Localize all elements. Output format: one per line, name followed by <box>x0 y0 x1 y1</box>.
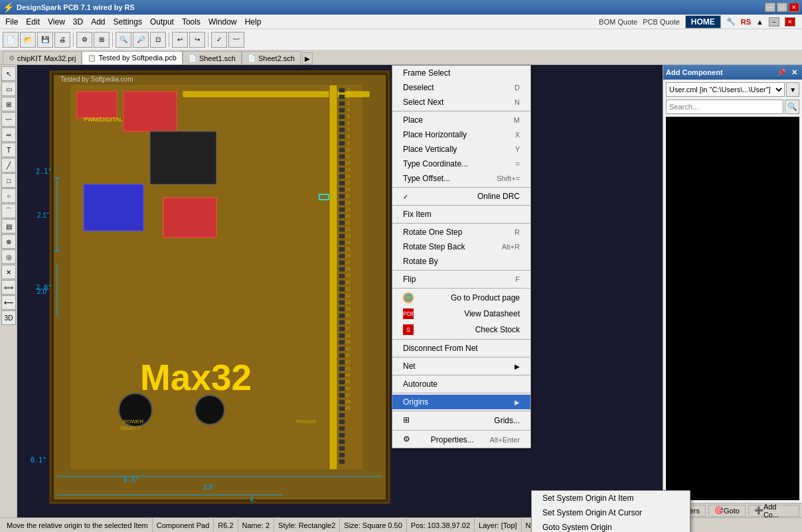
svg-rect-59 <box>339 433 345 437</box>
tab-scroll[interactable]: ▶ <box>302 52 313 64</box>
tool-bus[interactable]: ═ <box>1 127 16 142</box>
menu-settings[interactable]: Settings <box>110 16 146 28</box>
tool-rect[interactable]: □ <box>1 173 16 188</box>
tool-via[interactable]: ◎ <box>1 249 16 264</box>
ctx-net[interactable]: Net ▶ <box>392 359 530 373</box>
menu-view[interactable]: View <box>44 16 69 28</box>
ctx-origins[interactable]: Origins ▶ <box>392 395 530 409</box>
ctx-online-drc[interactable]: ✓ Online DRC <box>392 189 530 204</box>
ctx-view-datasheet[interactable]: PDF View Datasheet <box>392 306 530 322</box>
ctx-deselect[interactable]: Deselect D <box>392 80 530 95</box>
open-button[interactable]: 📂 <box>20 32 36 48</box>
drc-btn[interactable]: ✓ <box>211 32 227 48</box>
zoom-in-btn[interactable]: 🔍 <box>116 32 131 48</box>
tool-keepout[interactable]: ✕ <box>1 265 16 279</box>
settings-btn[interactable]: ⚙ <box>76 32 92 48</box>
zoom-out-btn[interactable]: 🔎 <box>133 32 149 48</box>
ctx-place[interactable]: Place M <box>392 113 530 127</box>
ctx-rotate-back[interactable]: Rotate Step Back Alt+R <box>392 239 530 254</box>
ctx-disconnect[interactable]: Disconnect From Net <box>392 341 530 356</box>
ctx-place-h[interactable]: Place Horizontally X <box>392 127 530 142</box>
panel-close-btn[interactable]: ✕ <box>789 68 799 77</box>
ctx-frame-select[interactable]: Frame Select <box>392 66 530 80</box>
panel-minimize[interactable]: – <box>769 17 779 27</box>
tool-line[interactable]: ╱ <box>1 158 16 172</box>
maximize-button[interactable]: □ <box>777 3 787 12</box>
tab-softpedia[interactable]: 📋 Tested by Softpedia.pcb <box>82 51 182 64</box>
ctx-fix-item[interactable]: Fix Item <box>392 207 530 222</box>
tool-measure[interactable]: ⟺ <box>1 280 16 295</box>
ctx-rotate-by[interactable]: Rotate By <box>392 254 530 269</box>
menu-tools[interactable]: Tools <box>178 16 204 28</box>
ctx-autoroute[interactable]: Autoroute <box>392 377 530 391</box>
ctx-set-sys-origin-cursor[interactable]: Set System Origin At Cursor <box>532 505 690 520</box>
route-btn[interactable]: 〰 <box>228 32 244 48</box>
component-dropdown[interactable]: User.cml [in "C:\Users\...\User"] <box>666 82 785 97</box>
pcb-quote-label[interactable]: PCB Quote <box>643 18 680 26</box>
save-button[interactable]: 💾 <box>37 32 53 48</box>
tool-text[interactable]: T <box>1 143 16 157</box>
menu-file[interactable]: File <box>1 16 22 28</box>
ctx-type-coord[interactable]: Type Coordinate... = <box>392 157 530 171</box>
tool-circle[interactable]: ○ <box>1 188 16 203</box>
new-button[interactable]: 📄 <box>3 32 19 48</box>
menu-window[interactable]: Window <box>204 16 241 28</box>
svg-rect-31 <box>339 247 345 251</box>
tool-component[interactable]: ⊞ <box>1 97 16 111</box>
minimize-button[interactable]: – <box>765 3 775 12</box>
menu-edit[interactable]: Edit <box>22 16 44 28</box>
svg-text:44: 44 <box>345 373 351 377</box>
ctx-select-next[interactable]: Select Next N <box>392 95 530 109</box>
tool-wire[interactable]: 〰 <box>1 112 16 127</box>
add-component-tab[interactable]: ➕ Add Co... <box>748 505 799 517</box>
component-search-btn[interactable]: 🔍 <box>785 100 799 114</box>
tab-sheet1[interactable]: 📄 Sheet1.sch <box>183 51 242 64</box>
ctx-properties[interactable]: ⚙ Properties... Alt+Enter <box>392 432 530 448</box>
ctx-place-shortcut: M <box>514 116 520 124</box>
panel-close[interactable]: ✕ <box>785 17 795 27</box>
svg-rect-22 <box>339 188 345 192</box>
bom-quote-label[interactable]: BOM Quote <box>599 18 637 26</box>
home-button[interactable]: HOME <box>685 15 721 29</box>
dim-label-4: 0.6" <box>123 476 139 484</box>
zoom-fit-btn[interactable]: ⊡ <box>150 32 166 48</box>
menu-add[interactable]: Add <box>87 16 109 28</box>
ctx-goto-sys-origin-label: Goto System Origin <box>542 523 612 532</box>
pcb-canvas[interactable]: 123 456 789 101112 131415 161718 192021 … <box>17 65 663 517</box>
ctx-set-sys-origin-item[interactable]: Set System Origin At Item <box>532 491 690 505</box>
ctx-type-offset[interactable]: Type Offset... Shift+= <box>392 171 530 186</box>
tool-arrow[interactable]: ↖ <box>1 66 16 81</box>
ctx-grids[interactable]: ⊞ Grids... <box>392 413 530 429</box>
ctx-deselect-shortcut: D <box>515 84 520 92</box>
tool-select[interactable]: ▭ <box>1 82 16 96</box>
ctx-place-v[interactable]: Place Vertically Y <box>392 142 530 157</box>
component-search-input[interactable] <box>666 100 783 114</box>
ctx-flip[interactable]: Flip F <box>392 272 530 287</box>
tool-3d[interactable]: 3D <box>1 310 16 325</box>
menu-3d[interactable]: 3D <box>69 16 87 28</box>
svg-text:45: 45 <box>345 379 351 384</box>
print-button[interactable]: 🖨 <box>54 32 70 48</box>
tool-fill[interactable]: ▤ <box>1 219 16 233</box>
close-button[interactable]: ✕ <box>789 3 799 12</box>
tab-chipkit[interactable]: ⚙ chipKIT Max32.prj <box>3 51 82 64</box>
redo-btn[interactable]: ↪ <box>189 32 205 48</box>
ctx-goto-sys-origin[interactable]: Goto System Origin <box>532 520 690 532</box>
dropdown-expand-btn[interactable]: ▼ <box>786 82 799 97</box>
tool-dim[interactable]: ⟵ <box>1 295 16 310</box>
tool-arc[interactable]: ⌒ <box>1 204 16 218</box>
tool-pad[interactable]: ⊕ <box>1 234 16 249</box>
panel-pin-btn[interactable]: 📌 <box>775 68 788 77</box>
tab-sheet2[interactable]: 📄 Sheet2.sch <box>242 51 301 64</box>
menu-help[interactable]: Help <box>241 16 266 28</box>
ctx-rotate-one[interactable]: Rotate One Step R <box>392 225 530 239</box>
svg-text:3: 3 <box>347 101 350 105</box>
ctx-check-stock[interactable]: S Check Stock <box>392 322 530 338</box>
menu-output[interactable]: Output <box>146 16 178 28</box>
ctx-goto-product[interactable]: 🌐 Go to Product page <box>392 290 530 306</box>
svg-text:28: 28 <box>345 267 351 271</box>
ctx-place-h-shortcut: X <box>515 131 520 139</box>
goto-tab[interactable]: 🎯 Goto <box>708 505 746 517</box>
grid-btn[interactable]: ⊞ <box>94 32 110 48</box>
undo-btn[interactable]: ↩ <box>172 32 188 48</box>
